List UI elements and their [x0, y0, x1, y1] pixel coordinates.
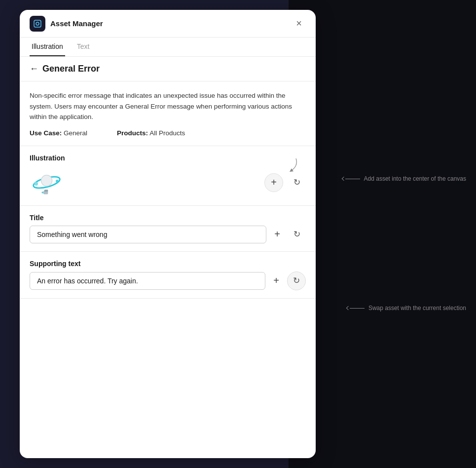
svg-point-1: [36, 22, 39, 25]
use-case-meta: Use Case: General: [30, 129, 87, 137]
add-title-button[interactable]: +: [271, 229, 283, 240]
back-header: ← General Error: [20, 57, 316, 81]
products-value: All Products: [149, 129, 185, 137]
tab-text[interactable]: Text: [75, 38, 92, 56]
add-illustration-button[interactable]: +: [264, 173, 283, 192]
use-case-value: General: [64, 129, 87, 137]
svg-rect-0: [34, 20, 41, 27]
meta-row: Use Case: General Products: All Products: [30, 129, 306, 137]
refresh-title-icon: ↻: [293, 229, 300, 239]
products-label: Products:: [117, 129, 148, 137]
svg-point-8: [41, 192, 43, 194]
refresh-supporting-button[interactable]: ↻: [287, 272, 306, 290]
curved-arrow: [271, 156, 301, 176]
description-text: Non-specific error message that indicate…: [30, 90, 306, 122]
supporting-input[interactable]: [30, 272, 265, 290]
title-input[interactable]: [30, 226, 266, 243]
panel-header: Asset Manager ×: [20, 10, 316, 38]
tab-illustration[interactable]: Illustration: [30, 38, 65, 56]
panel-title: Asset Manager: [50, 19, 103, 28]
annotation-arrow-left: [341, 177, 345, 181]
svg-rect-7: [44, 190, 48, 192]
illustration-label: Illustration: [30, 154, 306, 162]
add-asset-annotation: Add asset into the center of the canvas: [342, 175, 466, 182]
products-meta: Products: All Products: [117, 129, 185, 137]
refresh-supporting-icon: ↻: [293, 275, 300, 286]
supporting-field-label: Supporting text: [30, 260, 306, 268]
add-supporting-button[interactable]: +: [270, 275, 282, 287]
title-field-label: Title: [30, 214, 306, 222]
app-icon: [30, 16, 45, 32]
illustration-controls: + ↻: [264, 173, 306, 192]
swap-asset-annotation: Swap asset with the current selection: [347, 305, 466, 312]
illustration-content: + ↻: [30, 168, 306, 197]
illustration-section: Illustration: [20, 146, 316, 206]
close-button[interactable]: ×: [292, 17, 306, 31]
refresh-icon: ↻: [293, 177, 300, 188]
svg-point-3: [35, 182, 38, 185]
svg-point-5: [41, 175, 52, 186]
tabs-row: Illustration Text: [20, 38, 316, 57]
refresh-title-button[interactable]: ↻: [288, 226, 306, 243]
header-left: Asset Manager: [30, 16, 103, 32]
title-section: Title + ↻: [20, 206, 316, 252]
back-arrow-icon[interactable]: ←: [30, 64, 38, 74]
svg-point-4: [56, 180, 59, 183]
annotation-line: [345, 179, 360, 179]
add-asset-annotation-text: Add asset into the center of the canvas: [360, 175, 466, 182]
swap-asset-annotation-text: Swap asset with the current selection: [365, 305, 466, 312]
refresh-illustration-button[interactable]: ↻: [288, 174, 306, 192]
title-field-row: + ↻: [30, 226, 306, 243]
description-section: Non-specific error message that indicate…: [20, 81, 316, 146]
swap-annotation-line: [350, 308, 365, 309]
asset-manager-panel: Asset Manager × Illustration Text ← Gene…: [20, 10, 316, 458]
swap-annotation-arrow: [346, 306, 350, 310]
supporting-section: Supporting text + ↻: [20, 252, 316, 299]
illustration-image: [30, 168, 64, 197]
use-case-label: Use Case:: [30, 129, 62, 137]
supporting-field-row: + ↻: [30, 272, 306, 290]
section-title: General Error: [42, 64, 100, 74]
